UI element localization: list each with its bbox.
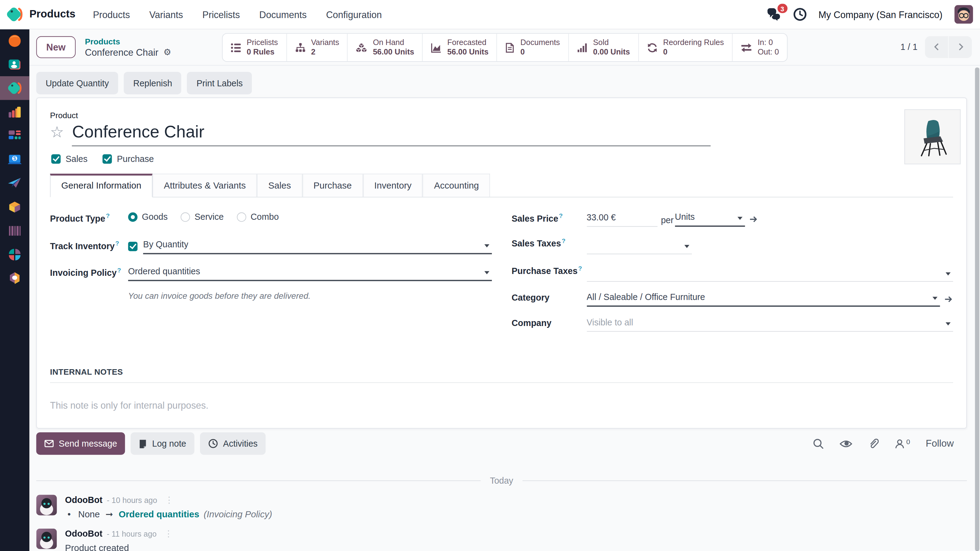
radio-combo-input[interactable]	[237, 212, 246, 222]
tab-attributes-variants[interactable]: Attributes & Variants	[153, 173, 257, 197]
new-button[interactable]: New	[36, 36, 75, 57]
track-inventory-select[interactable]: By Quantity	[143, 238, 492, 254]
tab-general-information[interactable]: General Information	[50, 173, 153, 197]
stat-button-variants[interactable]: Variants2	[286, 34, 348, 61]
sidebar-app-discuss[interactable]	[0, 29, 29, 52]
menu-products[interactable]: Products	[93, 9, 130, 20]
sales-taxes-row: Sales Taxes?	[511, 236, 953, 254]
sidebar-app-dashboards[interactable]	[0, 124, 29, 148]
follow-button[interactable]: Follow	[926, 438, 954, 449]
purchase-checkbox[interactable]	[103, 154, 112, 164]
purchase-taxes-select[interactable]	[587, 264, 953, 282]
radio-service-input[interactable]	[181, 212, 190, 222]
sales-toggle[interactable]: Sales	[51, 154, 87, 164]
menu-pricelists[interactable]: Pricelists	[202, 9, 240, 20]
followers-count: 0	[906, 438, 910, 445]
menu-configuration[interactable]: Configuration	[326, 9, 382, 20]
tab-sales[interactable]: Sales	[257, 173, 302, 197]
stat-button-reordering-rules[interactable]: Reordering Rules0	[639, 34, 733, 61]
log-note-button[interactable]: Log note	[131, 432, 194, 454]
help-icon[interactable]: ?	[559, 213, 563, 219]
message-options-icon[interactable]: ⋮	[164, 529, 173, 539]
stat-button-forecasted[interactable]: Forecasted56.00 Units	[423, 34, 497, 61]
sidebar-app-contacts[interactable]	[0, 52, 29, 76]
message-count-badge: 3	[777, 4, 787, 13]
activities-systray-button[interactable]	[793, 7, 807, 21]
sales-price-input[interactable]: 33.00 €	[587, 211, 657, 227]
navbar-systray: 3 My Company (San Francisco)	[766, 5, 980, 24]
sidebar-app-inventory[interactable]	[0, 195, 29, 219]
radio-goods[interactable]: Goods	[128, 212, 167, 222]
menu-documents[interactable]: Documents	[259, 9, 307, 20]
pager-next-button[interactable]	[949, 36, 972, 57]
vertical-scrollbar[interactable]	[975, 67, 979, 551]
favorite-star-icon[interactable]: ☆	[50, 122, 64, 143]
user-avatar[interactable]	[954, 5, 973, 24]
analytics-app-icon	[7, 104, 22, 120]
product-image[interactable]	[904, 109, 961, 164]
message-options-icon[interactable]: ⋮	[165, 495, 173, 505]
print-labels-button[interactable]: Print Labels	[187, 71, 252, 94]
stat-button-documents[interactable]: Documents0	[497, 34, 569, 61]
stat-button-in-out[interactable]: In: 0Out: 0	[733, 34, 787, 61]
tab-accounting[interactable]: Accounting	[423, 173, 490, 197]
sidebar-app-accounting[interactable]	[0, 243, 29, 266]
product-title-input[interactable]: Conference Chair	[72, 122, 711, 142]
action-gear-icon[interactable]: ⚙	[163, 47, 171, 57]
category-internal-link[interactable]	[945, 294, 953, 303]
track-inventory-checkbox[interactable]	[128, 241, 137, 251]
message-author[interactable]: OdooBot	[65, 495, 102, 505]
update-quantity-button[interactable]: Update Quantity	[36, 71, 118, 94]
invoicing-policy-select[interactable]: Ordered quantities	[128, 265, 492, 281]
user-avatar-image	[954, 5, 973, 24]
purchase-toggle[interactable]: Purchase	[103, 154, 154, 164]
menu-variants[interactable]: Variants	[150, 9, 183, 20]
eye-icon	[840, 439, 853, 448]
tracking-new-value[interactable]: Ordered quantities	[119, 509, 199, 519]
search-messages-button[interactable]	[813, 438, 824, 449]
company-switcher[interactable]: My Company (San Francisco)	[819, 9, 943, 20]
internal-notes-placeholder[interactable]: This note is only for internal purposes.	[50, 400, 953, 411]
breadcrumb-parent-link[interactable]: Products	[85, 37, 171, 46]
replenish-button[interactable]: Replenish	[124, 71, 181, 94]
message-author[interactable]: OdooBot	[65, 529, 102, 539]
sales-taxes-select[interactable]	[587, 236, 692, 254]
help-icon[interactable]: ?	[106, 213, 110, 219]
radio-service[interactable]: Service	[181, 212, 224, 222]
send-message-button[interactable]: Send message	[36, 432, 125, 454]
followers-button[interactable]: 0	[894, 438, 910, 449]
sidebar-app-manufacturing[interactable]	[0, 266, 29, 290]
sidebar-app-analytics[interactable]	[0, 100, 29, 124]
track-inventory-label: Track Inventory	[50, 241, 115, 251]
tab-purchase[interactable]: Purchase	[302, 173, 363, 197]
company-select[interactable]: Visible to all	[587, 317, 953, 332]
category-select[interactable]: All / Saleable / Office Furniture	[587, 291, 940, 307]
pager-previous-button[interactable]	[925, 36, 948, 57]
stat-button-on-hand[interactable]: On Hand56.00 Units	[348, 34, 423, 61]
contacts-app-icon	[7, 57, 22, 72]
help-icon[interactable]: ?	[578, 265, 582, 272]
messages-button[interactable]: 3	[766, 8, 781, 21]
help-icon[interactable]: ?	[562, 238, 565, 244]
tab-inventory[interactable]: Inventory	[363, 173, 423, 197]
watchers-button[interactable]	[840, 439, 853, 448]
radio-goods-input[interactable]	[128, 212, 137, 222]
help-icon[interactable]: ?	[117, 267, 121, 273]
radio-combo[interactable]: Combo	[237, 212, 279, 222]
chatter-toolbar: Send message Log note Activities	[36, 432, 967, 454]
help-icon[interactable]: ?	[115, 240, 119, 246]
uom-internal-link[interactable]	[749, 214, 758, 224]
product-type-row: Product Type? Goods Service	[50, 211, 492, 224]
stat-button-pricelists[interactable]: Pricelists0 Rules	[222, 34, 286, 61]
uom-select[interactable]: Units	[675, 211, 745, 227]
activities-button[interactable]: Activities	[200, 432, 266, 454]
attachments-button[interactable]	[868, 438, 879, 449]
sidebar-app-email-marketing[interactable]	[0, 171, 29, 195]
sales-price-row: Sales Price? 33.00 € per Units	[511, 211, 953, 227]
products-app-logo[interactable]	[0, 5, 29, 24]
stat-button-sold[interactable]: Sold0.00 Units	[569, 34, 639, 61]
sidebar-app-point-of-sale[interactable]: $	[0, 148, 29, 171]
sidebar-app-products-active[interactable]	[0, 76, 29, 100]
sidebar-app-barcode[interactable]	[0, 219, 29, 243]
sales-checkbox[interactable]	[51, 154, 60, 164]
